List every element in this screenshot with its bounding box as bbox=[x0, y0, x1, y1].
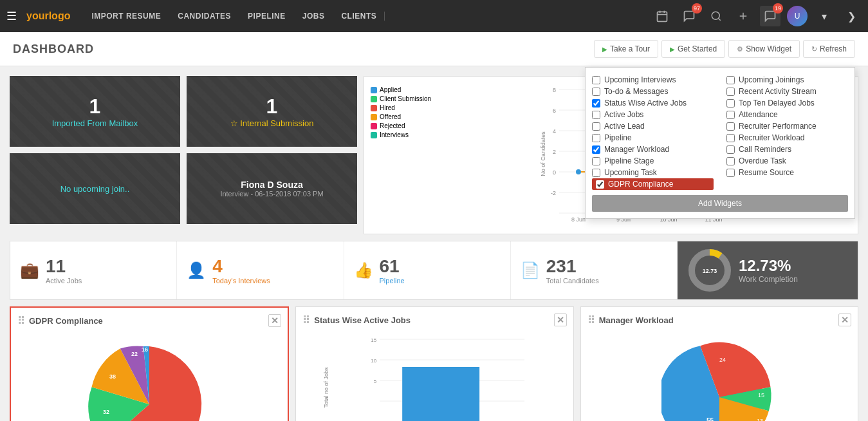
svg-text:2: 2 bbox=[553, 149, 556, 155]
widget-todo-messages[interactable]: To-do & Messages bbox=[592, 86, 714, 97]
dots-icon-status: ⠿ bbox=[302, 314, 310, 326]
widget-upcoming-joinings[interactable]: Upcoming Joinings bbox=[726, 74, 848, 86]
widget-upcoming-interviews[interactable]: Upcoming Interviews bbox=[592, 74, 714, 86]
widget-recruiter-performance[interactable]: Recruiter Performance bbox=[726, 120, 848, 132]
manager-pie-svg: 55 24 15 13 bbox=[661, 339, 777, 421]
pipeline-num: 61 bbox=[380, 256, 405, 277]
widget-col-2: Upcoming Joinings Recent Activity Stream… bbox=[726, 74, 848, 190]
collapse-icon[interactable]: ❯ bbox=[841, 6, 862, 26]
status-widget: ⠿ Status Wise Active Jobs ✕ Total no of … bbox=[295, 306, 573, 421]
svg-rect-49 bbox=[402, 367, 479, 421]
svg-text:10: 10 bbox=[371, 358, 377, 364]
manager-title: ⠿ Manager Workload ✕ bbox=[587, 313, 851, 326]
widget-call-reminders[interactable]: Call Reminders bbox=[726, 144, 848, 155]
active-jobs-label: Active Jobs bbox=[46, 277, 82, 285]
work-pct-value: 12.73% bbox=[739, 257, 798, 275]
mailbox-label[interactable]: Imported From Mailbox bbox=[52, 118, 138, 128]
messages-icon[interactable]: 97 bbox=[679, 6, 699, 26]
person-icon: 👤 bbox=[187, 261, 206, 279]
gdpr-close-button[interactable]: ✕ bbox=[268, 314, 281, 327]
widget-active-lead[interactable]: Active Lead bbox=[592, 120, 714, 132]
metric-interviews: 👤 4 Today's Interviews bbox=[177, 241, 344, 299]
widget-gdpr-compliance[interactable]: GDPR Compliance bbox=[592, 178, 714, 190]
document-icon: 📄 bbox=[521, 261, 540, 279]
no-upcoming-label[interactable]: No upcoming join.. bbox=[60, 184, 130, 194]
thumbsup-icon: 👍 bbox=[354, 261, 373, 279]
mailbox-card: 1 Imported From Mailbox bbox=[10, 76, 180, 147]
get-started-button[interactable]: ▶ Get Started bbox=[661, 40, 725, 58]
user-avatar[interactable]: U bbox=[787, 6, 808, 26]
status-bar-svg: 15 10 5 0 Active bbox=[335, 333, 560, 421]
widget-active-jobs[interactable]: Active Jobs bbox=[592, 109, 714, 120]
widget-recruiter-workload[interactable]: Recruiter Workload bbox=[726, 132, 848, 144]
nav-candidates[interactable]: CANDIDATES bbox=[172, 12, 236, 21]
widget-upcoming-task[interactable]: Upcoming Task bbox=[592, 167, 714, 178]
search-icon[interactable] bbox=[706, 6, 726, 26]
interview-sub: Interview - 06-15-2018 07:03 PM bbox=[214, 190, 329, 198]
widget-resume-source[interactable]: Resume Source bbox=[726, 167, 848, 178]
top-navigation: ☰ yourlogo IMPORT RESUME CANDIDATES PIPE… bbox=[0, 0, 868, 32]
widget-top-ten-delayed[interactable]: Top Ten Delayed Jobs bbox=[726, 97, 848, 109]
svg-text:-2: -2 bbox=[551, 190, 556, 196]
interviews-label: Today's Interviews bbox=[212, 277, 270, 285]
active-jobs-num: 11 bbox=[46, 256, 82, 277]
metric-pipeline: 👍 61 Pipeline bbox=[344, 241, 511, 299]
legend-dot-client-submission bbox=[371, 96, 377, 102]
legend-client-submission: Client Submission bbox=[371, 95, 431, 102]
manager-close-button[interactable]: ✕ bbox=[838, 313, 851, 326]
widget-status-wise-jobs[interactable]: Status Wise Active Jobs bbox=[592, 97, 714, 109]
logo: yourlogo bbox=[26, 10, 70, 22]
gdpr-pie-chart: 182 32 38 22 16 bbox=[17, 333, 281, 421]
widget-manager-workload[interactable]: Manager Workload bbox=[592, 144, 714, 155]
show-widget-button[interactable]: ⚙ Show Widget bbox=[728, 40, 800, 58]
widget-attendance[interactable]: Attendance bbox=[726, 109, 848, 120]
nav-import-resume[interactable]: IMPORT RESUME bbox=[86, 12, 166, 21]
pipeline-label: Pipeline bbox=[380, 277, 405, 285]
manager-widget: ⠿ Manager Workload ✕ 55 24 bbox=[580, 306, 858, 421]
widgets-row: ⠿ GDPR Compliance ✕ bbox=[10, 306, 858, 421]
take-tour-button[interactable]: ▶ Take a Tour bbox=[594, 40, 658, 58]
nav-jobs[interactable]: JOBS bbox=[297, 12, 330, 21]
svg-line-5 bbox=[718, 18, 720, 20]
svg-point-4 bbox=[712, 12, 719, 19]
widget-overdue-task[interactable]: Overdue Task bbox=[726, 155, 848, 167]
gdpr-widget: ⠿ GDPR Compliance ✕ bbox=[10, 306, 289, 421]
page-title: DASHBOARD bbox=[13, 42, 94, 56]
hamburger-icon[interactable]: ☰ bbox=[6, 9, 17, 23]
status-bar-chart: Total no of Jobs 15 10 5 0 Active bbox=[302, 333, 566, 421]
submission-label[interactable]: ☆ Internal Submission bbox=[230, 118, 314, 128]
gear-icon: ⚙ bbox=[737, 45, 743, 53]
svg-text:38: 38 bbox=[109, 373, 116, 380]
chat-icon[interactable]: 19 bbox=[760, 6, 780, 26]
status-close-button[interactable]: ✕ bbox=[554, 313, 567, 326]
svg-text:No of Candidates: No of Candidates bbox=[540, 131, 546, 176]
chart-legend: Applied Client Submission Hired Offered bbox=[371, 83, 431, 227]
refresh-button[interactable]: ↻ Refresh bbox=[803, 40, 855, 58]
svg-text:13: 13 bbox=[757, 418, 763, 421]
svg-text:4: 4 bbox=[553, 128, 556, 135]
work-completion-label: Work Completion bbox=[739, 275, 798, 284]
gdpr-pie-svg: 182 32 38 22 16 bbox=[85, 340, 214, 421]
nav-clients[interactable]: CLIENTS bbox=[336, 12, 385, 21]
interview-card: Fiona D Souza Interview - 06-15-2018 07:… bbox=[187, 153, 357, 224]
chat-badge: 19 bbox=[773, 3, 783, 14]
user-dropdown-icon[interactable]: ▾ bbox=[814, 6, 835, 26]
add-widgets-button[interactable]: Add Widgets bbox=[592, 195, 848, 212]
widget-pipeline-stage[interactable]: Pipeline Stage bbox=[592, 155, 714, 167]
interviewee-name: Fiona D Souza bbox=[241, 180, 302, 190]
calendar-icon[interactable] bbox=[652, 6, 672, 26]
widget-pipeline[interactable]: Pipeline bbox=[592, 132, 714, 144]
legend-dot-interviews bbox=[371, 132, 377, 138]
svg-text:8 Jun: 8 Jun bbox=[571, 216, 586, 223]
add-icon[interactable] bbox=[733, 6, 753, 26]
gdpr-title: ⠿ GDPR Compliance ✕ bbox=[17, 314, 281, 327]
widget-grid: Upcoming Interviews To-do & Messages Sta… bbox=[592, 74, 848, 190]
widget-recent-activity[interactable]: Recent Activity Stream bbox=[726, 86, 848, 97]
legend-rejected: Rejected bbox=[371, 122, 431, 129]
svg-text:55: 55 bbox=[706, 417, 714, 421]
candidates-num: 231 bbox=[546, 256, 599, 277]
svg-text:15: 15 bbox=[371, 337, 377, 343]
legend-offered: Offered bbox=[371, 113, 431, 120]
nav-pipeline[interactable]: PIPELINE bbox=[243, 12, 291, 21]
started-icon: ▶ bbox=[670, 46, 675, 53]
